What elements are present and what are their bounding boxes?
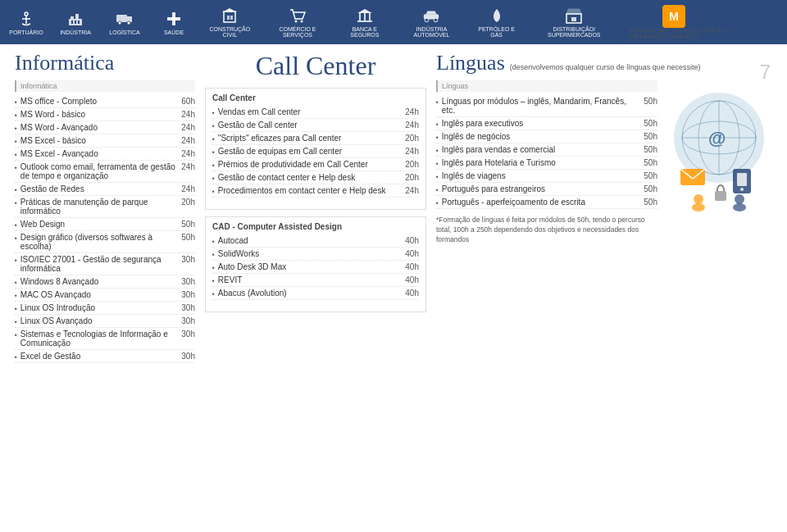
svg-rect-25	[357, 20, 372, 22]
informatica-course-list: MS office - Completo60hMS Word - básico2…	[15, 95, 195, 363]
linguas-course-list: Línguas por módulos – inglês, Mandarim, …	[436, 95, 657, 209]
list-item: Português - aperfeiçoamento de escrita50…	[436, 196, 657, 209]
callcenter-section: Call Center Call Center Vendas em Call c…	[205, 51, 426, 370]
linguas-illustration: @	[666, 80, 772, 211]
list-item: Outlook como email, ferramenta de gestão…	[15, 161, 195, 183]
callcenter-box-title: Call Center	[212, 93, 419, 102]
nav-portuario[interactable]: PORTUÁRIO	[8, 10, 44, 35]
list-item: Sistemas e Tecnologias de Informação e C…	[15, 328, 195, 350]
svg-text:@: @	[708, 128, 726, 148]
linguas-image: @	[666, 80, 772, 245]
car-icon	[422, 7, 440, 25]
list-item: Abacus (Avolution)40h	[212, 287, 419, 300]
nav-construcao[interactable]: CONSTRUÇÃO CIVIL	[205, 7, 255, 38]
list-item: Excel de Gestão30h	[15, 350, 195, 363]
list-item: Web Design50h	[15, 218, 195, 231]
linguas-subtitle: (desenvolvemos qualquer curso de línguas…	[510, 63, 701, 71]
list-item: Linux OS Introdução30h	[15, 302, 195, 315]
main-content: Informática Informática MS office - Comp…	[0, 44, 787, 378]
informatica-title: Informática	[15, 51, 195, 75]
svg-rect-6	[71, 20, 73, 24]
svg-point-44	[735, 194, 744, 204]
svg-rect-22	[359, 13, 361, 20]
list-item: Gestão de Call center24h	[212, 119, 419, 132]
factory-icon	[66, 10, 84, 28]
linguas-note: *Formação de línguas é feita por módulos…	[436, 216, 657, 245]
linguas-text-col: Línguas Línguas por módulos – inglês, Ma…	[436, 80, 657, 245]
logo-icon: M	[662, 5, 685, 28]
svg-point-12	[127, 21, 130, 25]
list-item: Gestão de equipas em Call center24h	[212, 145, 419, 158]
svg-point-11	[118, 21, 121, 25]
svg-rect-23	[364, 13, 366, 20]
list-item: Windows 8 Avançado30h	[15, 275, 195, 289]
svg-point-28	[434, 18, 439, 22]
list-item: MS Word - básico24h	[15, 108, 195, 121]
svg-point-43	[692, 203, 705, 211]
svg-rect-7	[75, 20, 76, 24]
list-item: SolidWorks40h	[212, 248, 419, 261]
list-item: Design gráfico (diversos softwares à esc…	[15, 231, 195, 253]
callcenter-title: Call Center	[205, 51, 426, 81]
nav-industria[interactable]: INDÚSTRIA	[57, 10, 93, 35]
nav-banca[interactable]: BANCA E SEGUROS	[340, 7, 389, 38]
nav-comercio[interactable]: COMÉRCIO E SERVIÇOS	[268, 7, 328, 38]
svg-rect-46	[715, 191, 726, 201]
informatica-breadcrumb: Informática	[15, 80, 195, 92]
svg-marker-21	[357, 9, 372, 13]
callcenter-box: Call Center Vendas em Call center24hGest…	[205, 88, 426, 210]
svg-rect-18	[230, 16, 233, 20]
logo-subtitle: FORMAÇÃO CONSULTORIA E DESENVOLVIMENTO	[630, 28, 779, 39]
list-item: Auto Desk 3D Max40h	[212, 261, 419, 274]
top-navigation: PORTUÁRIO INDÚSTRIA	[0, 0, 787, 44]
svg-point-41	[740, 188, 744, 191]
nav-petroleo[interactable]: PETRÓLEO E GÁS	[475, 7, 519, 38]
informatica-section: Informática Informática MS office - Comp…	[15, 51, 195, 370]
svg-rect-9	[116, 15, 127, 22]
svg-rect-14	[167, 17, 180, 20]
logo-brand: M MERSADEV	[662, 5, 779, 28]
svg-point-27	[425, 18, 430, 22]
list-item: Autocad40h	[212, 234, 419, 248]
linguas-section: Línguas (desenvolvemos qualquer curso de…	[436, 51, 772, 370]
nav-logistica[interactable]: LOGÍSTICA	[107, 10, 143, 35]
svg-rect-5	[75, 14, 79, 19]
truck-icon	[116, 10, 134, 28]
list-item: MS office - Completo60h	[15, 95, 195, 108]
oil-icon	[488, 7, 506, 25]
svg-rect-4	[71, 16, 74, 19]
list-item: Gestão de contact center e Help desk20h	[212, 171, 419, 184]
svg-point-20	[300, 20, 303, 23]
svg-rect-17	[227, 16, 230, 20]
list-item: Inglês para Hotelaria e Turismo50h	[436, 157, 657, 170]
linguas-inner: Línguas Línguas por módulos – inglês, Ma…	[436, 80, 772, 245]
linguas-title: Línguas	[436, 51, 505, 75]
svg-rect-30	[571, 17, 576, 21]
anchor-icon	[17, 10, 35, 28]
list-item: Inglês para executivos50h	[436, 117, 657, 130]
cad-box: CAD - Computer Assisted Design Autocad40…	[205, 216, 426, 312]
linguas-breadcrumb: Línguas	[436, 80, 657, 92]
list-item: Prémios de produtividade em Call Center2…	[212, 158, 419, 171]
logo-text: MERSADEV	[689, 8, 779, 25]
building-icon	[221, 7, 239, 25]
list-item: Português para estrangeiros50h	[436, 183, 657, 196]
list-item: ISO/IEC 27001 - Gestão de segurança info…	[15, 253, 195, 275]
shop-icon	[565, 7, 583, 25]
nav-automovel[interactable]: INDÚSTRIA AUTOMÓVEL	[402, 7, 461, 38]
nav-distribuicao[interactable]: DISTRIBUIÇÃO/ SUPERMERCADOS	[532, 7, 617, 38]
list-item: Procedimentos em contact center e Help d…	[212, 184, 419, 198]
list-item: REVIT40h	[212, 274, 419, 287]
list-item: "Scripts" eficazes para Call center20h	[212, 132, 419, 145]
cad-box-title: CAD - Computer Assisted Design	[212, 222, 419, 231]
bank-icon	[356, 7, 374, 25]
nav-saude[interactable]: SAÚDE	[156, 10, 192, 35]
list-item: Inglês de negócios50h	[436, 130, 657, 143]
list-item: Inglês de viagens50h	[436, 170, 657, 183]
list-item: MAC OS Avançado30h	[15, 289, 195, 302]
logo-area: M MERSADEV FORMAÇÃO CONSULTORIA E DESENV…	[630, 5, 779, 39]
cart-icon	[289, 7, 307, 25]
svg-rect-8	[78, 20, 80, 24]
list-item: Inglês para vendas e comercial50h	[436, 143, 657, 157]
list-item: Linux OS Avançado30h	[15, 315, 195, 328]
